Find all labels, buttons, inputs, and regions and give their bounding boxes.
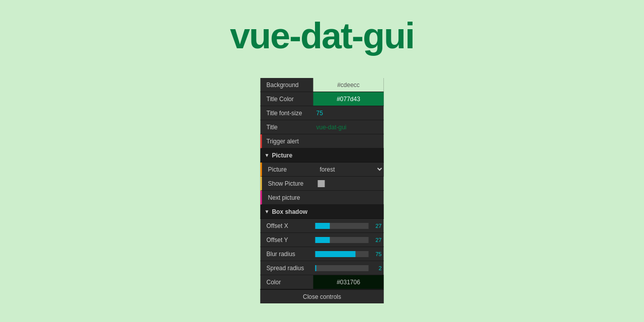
picture-select-input[interactable]: forest mountain ocean xyxy=(315,163,384,176)
boxshadow-arrow-icon: ▼ xyxy=(265,209,270,214)
offset-y-label: Offset Y xyxy=(261,236,313,244)
blur-radius-value-area[interactable]: 75 xyxy=(313,247,384,261)
shadow-color-swatch[interactable]: #031706 xyxy=(313,275,384,289)
close-controls-label: Close controls xyxy=(303,293,341,300)
title-color-swatch[interactable]: #077d43 xyxy=(313,92,384,106)
offset-x-track[interactable] xyxy=(315,223,369,229)
page-title: vue-dat-gui xyxy=(0,0,644,56)
picture-select-label: Picture xyxy=(262,166,315,173)
blur-radius-fill xyxy=(315,251,356,257)
title-color-value-area[interactable]: #077d43 xyxy=(313,92,384,106)
show-picture-value-area[interactable] xyxy=(315,177,384,190)
offset-x-fill xyxy=(315,223,330,229)
picture-arrow-icon: ▼ xyxy=(265,152,270,158)
show-picture-row: Show Picture xyxy=(261,177,384,191)
offset-y-value: 27 xyxy=(371,237,382,243)
shadow-color-value-area[interactable]: #031706 xyxy=(313,275,384,289)
blur-radius-value: 75 xyxy=(371,251,382,257)
background-label: Background xyxy=(261,82,313,89)
next-picture-row[interactable]: Next picture xyxy=(261,191,384,205)
picture-section-header[interactable]: ▼ Picture xyxy=(261,148,384,163)
background-value-area[interactable]: #cdeecc xyxy=(313,78,384,92)
title-label: Title xyxy=(261,124,313,131)
background-swatch[interactable]: #cdeecc xyxy=(313,78,384,92)
trigger-alert-row[interactable]: Trigger alert xyxy=(261,134,384,148)
show-picture-checkbox[interactable] xyxy=(318,180,325,187)
offset-y-row: Offset Y 27 xyxy=(261,233,384,247)
offset-y-fill xyxy=(315,237,330,243)
spread-radius-label: Spread radius xyxy=(261,265,313,272)
spread-radius-row: Spread radius 2 xyxy=(261,261,384,275)
picture-select-row: Picture forest mountain ocean xyxy=(261,163,384,177)
offset-y-track[interactable] xyxy=(315,237,369,243)
show-picture-label: Show Picture xyxy=(262,180,315,187)
offset-x-label: Offset X xyxy=(261,222,313,229)
boxshadow-section-header[interactable]: ▼ Box shadow xyxy=(261,205,384,219)
title-color-label: Title Color xyxy=(261,96,313,103)
background-row: Background #cdeecc xyxy=(261,78,384,92)
spread-radius-track[interactable] xyxy=(315,265,369,271)
title-value-area[interactable]: vue-dat-gui xyxy=(313,120,384,134)
blur-radius-track[interactable] xyxy=(315,251,369,257)
spread-radius-value-area[interactable]: 2 xyxy=(313,261,384,275)
title-color-row: Title Color #077d43 xyxy=(261,92,384,106)
title-value: vue-dat-gui xyxy=(313,124,347,131)
offset-x-value: 27 xyxy=(371,223,382,229)
offset-x-row: Offset X 27 xyxy=(261,219,384,233)
offset-x-value-area[interactable]: 27 xyxy=(313,219,384,232)
close-controls-button[interactable]: Close controls xyxy=(261,289,384,303)
blur-radius-row: Blur radius 75 xyxy=(261,247,384,261)
picture-section-label: Picture xyxy=(272,152,292,159)
title-row: Title vue-dat-gui xyxy=(261,120,384,134)
blur-radius-label: Blur radius xyxy=(261,251,313,258)
title-fontsize-value-area[interactable]: 75 xyxy=(313,106,384,120)
title-fontsize-label: Title font-size xyxy=(261,110,313,117)
shadow-color-label: Color xyxy=(261,279,313,286)
title-fontsize-value: 75 xyxy=(313,110,323,117)
spread-radius-fill xyxy=(315,265,316,271)
spread-radius-value: 2 xyxy=(371,265,382,271)
trigger-alert-label: Trigger alert xyxy=(267,138,299,145)
next-picture-label: Next picture xyxy=(268,194,300,201)
boxshadow-section-label: Box shadow xyxy=(272,208,307,215)
offset-y-value-area[interactable]: 27 xyxy=(313,233,384,247)
picture-select-value-area[interactable]: forest mountain ocean xyxy=(315,163,384,176)
title-fontsize-row: Title font-size 75 xyxy=(261,106,384,120)
shadow-color-row: Color #031706 xyxy=(261,275,384,289)
gui-panel: Background #cdeecc Title Color #077d43 T… xyxy=(261,78,384,303)
